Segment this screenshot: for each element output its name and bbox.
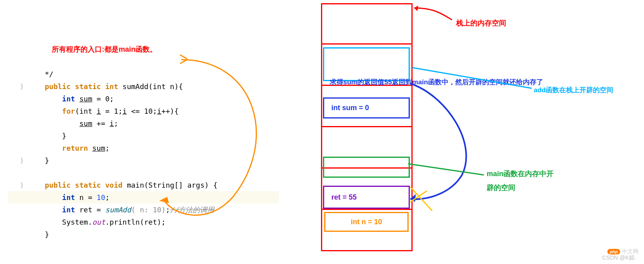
- n-box: int n = 10: [324, 212, 409, 232]
- main-space-annot-2: 辟的空间: [487, 183, 515, 192]
- sum-box: int sum = 0: [323, 97, 410, 118]
- main-frame-box: [323, 157, 410, 178]
- main-space-annot-1: main函数在内存中开: [487, 169, 554, 179]
- ret-box: ret = 55: [323, 186, 410, 209]
- add-frame-box: [323, 47, 410, 81]
- code-block: */ ) public static int sumAdd(int n){ in…: [8, 56, 279, 241]
- sum-return-annot: 求得sum的返回值55返回到main函数中，然后开辟的空间就还给内存了: [330, 78, 543, 87]
- entry-title: 所有程序的入口:都是main函数。: [52, 45, 157, 54]
- csdn-watermark: CSDN @K嫣·: [602, 254, 636, 262]
- stack-cell-0: [321, 3, 413, 45]
- stack-title-annot: 栈上的内存空间: [456, 18, 506, 28]
- stack-diagram: int sum = 0 ret = 55 int n = 10: [321, 3, 413, 254]
- add-space-annot: add函数在栈上开辟的空间: [534, 85, 613, 95]
